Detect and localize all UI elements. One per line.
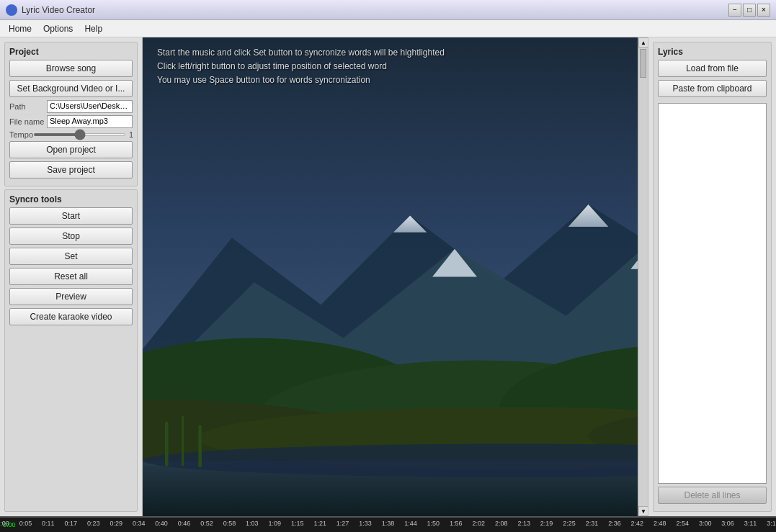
project-section: Project Browse song Set Background Video…	[4, 42, 138, 186]
timeline-tick: 0:40	[155, 520, 168, 527]
waveform-area: 0:00 0:000:050:110:170:230:290:340:400:4…	[0, 516, 776, 532]
filename-label: File name	[9, 117, 47, 126]
menu-help[interactable]: Help	[79, 22, 108, 35]
preview-button[interactable]: Preview	[9, 288, 133, 305]
title-bar: Lyric Video Creator − □ ×	[0, 0, 776, 20]
timeline-tick: 0:29	[110, 520, 122, 527]
timeline-tick: 1:03	[246, 520, 259, 527]
main-area: Project Browse song Set Background Video…	[0, 37, 776, 516]
open-project-button[interactable]: Open project	[9, 141, 133, 158]
timeline-tick: 2:54	[676, 520, 689, 527]
window-controls: − □ ×	[728, 4, 770, 17]
timeline-tick: 2:48	[654, 520, 666, 527]
tempo-value: 1	[129, 130, 133, 139]
timeline-tick: 1:09	[269, 520, 282, 527]
tempo-slider[interactable]	[33, 133, 126, 136]
timeline-tick: 0:23	[87, 520, 100, 527]
timeline-tick: 1:38	[382, 520, 395, 527]
svg-rect-21	[198, 425, 202, 467]
lyrics-header: Lyrics	[658, 47, 767, 57]
delete-all-lines-button[interactable]: Delete all lines	[658, 487, 767, 504]
maximize-button[interactable]: □	[743, 4, 756, 17]
menu-options[interactable]: Options	[37, 22, 79, 35]
tempo-label: Tempo	[9, 130, 33, 139]
timeline-tick: 0:17	[65, 520, 78, 527]
timeline-tick: 2:36	[608, 520, 621, 527]
video-preview: Start the music and click Set button to …	[143, 37, 638, 516]
timeline-tick: 1:44	[404, 520, 417, 527]
app-title: Lyric Video Creator	[22, 5, 728, 15]
close-button[interactable]: ×	[757, 4, 770, 17]
app-icon	[6, 4, 17, 16]
svg-rect-20	[182, 416, 184, 466]
syncro-section: Syncro tools Start Stop Set Reset all Pr…	[4, 189, 138, 512]
start-button[interactable]: Start	[9, 207, 133, 225]
timeline-tick: 0:00	[0, 520, 9, 527]
create-karaoke-button[interactable]: Create karaoke video	[9, 308, 133, 325]
scroll-up-button[interactable]: ▲	[638, 37, 648, 48]
stop-button[interactable]: Stop	[9, 227, 133, 245]
path-value: C:\Users\User\Desktop	[47, 100, 133, 113]
scroll-thumb[interactable]	[640, 49, 646, 78]
timeline-tick: 2:25	[563, 520, 576, 527]
video-scrollbar[interactable]: ▲ ▼	[638, 37, 648, 516]
browse-song-button[interactable]: Browse song	[9, 60, 133, 77]
timeline-tick: 1:21	[313, 520, 326, 527]
path-row: Path C:\Users\User\Desktop	[9, 100, 133, 113]
timeline-tick: 3:06	[721, 520, 734, 527]
video-row: Start the music and click Set button to …	[143, 37, 648, 516]
timeline-tick: 0:58	[223, 520, 236, 527]
timeline-tick: 2:19	[540, 520, 553, 527]
timeline-tick: 3:11	[744, 520, 757, 527]
lyrics-section: Lyrics Load from file Paste from clipboa…	[653, 42, 772, 512]
left-panel: Project Browse song Set Background Video…	[0, 37, 143, 516]
timeline-tick: 2:42	[631, 520, 644, 527]
minimize-button[interactable]: −	[728, 4, 741, 17]
timeline-tick: 0:11	[42, 520, 55, 527]
scroll-down-button[interactable]: ▼	[638, 506, 648, 516]
timeline-tick: 2:13	[517, 520, 530, 527]
tempo-row: Tempo 1	[9, 130, 133, 139]
lyrics-textarea[interactable]	[658, 103, 767, 484]
save-project-button[interactable]: Save project	[9, 161, 133, 179]
filename-value: Sleep Away.mp3	[47, 115, 133, 128]
timeline-tick: 1:50	[427, 520, 440, 527]
timeline-tick: 2:02	[472, 520, 485, 527]
svg-rect-19	[165, 422, 169, 466]
timeline-tick: 1:15	[291, 520, 304, 527]
timeline-tick: 1:33	[359, 520, 372, 527]
right-panel: Lyrics Load from file Paste from clipboa…	[648, 37, 776, 516]
paste-from-clipboard-button[interactable]: Paste from clipboard	[658, 80, 767, 97]
menu-home[interactable]: Home	[3, 22, 37, 35]
timeline-tick: 0:05	[19, 520, 32, 527]
path-label: Path	[9, 102, 47, 111]
instruction-line-2: Click left/right button to adjust time p…	[157, 60, 445, 73]
timeline-tick: 1:27	[336, 520, 349, 527]
timeline-tick: 3:00	[699, 520, 712, 527]
center-panel: Start the music and click Set button to …	[143, 37, 648, 516]
set-background-button[interactable]: Set Background Video or I...	[9, 80, 133, 97]
reset-all-button[interactable]: Reset all	[9, 268, 133, 285]
load-from-file-button[interactable]: Load from file	[658, 60, 767, 77]
timeline-tick: 2:31	[586, 520, 599, 527]
timeline-tick: 3:17	[767, 520, 776, 527]
video-instructions: Start the music and click Set button to …	[157, 46, 445, 88]
timeline-tick: 0:52	[200, 520, 213, 527]
filename-row: File name Sleep Away.mp3	[9, 115, 133, 128]
instruction-line-3: You may use Space button too for words s…	[157, 73, 445, 87]
set-button[interactable]: Set	[9, 248, 133, 265]
timeline: 0:00 0:000:050:110:170:230:290:340:400:4…	[0, 518, 776, 532]
syncro-header: Syncro tools	[9, 194, 133, 204]
timeline-tick: 2:08	[495, 520, 508, 527]
menu-bar: Home Options Help	[0, 20, 776, 37]
project-header: Project	[9, 47, 133, 57]
timeline-tick: 1:56	[450, 520, 463, 527]
instruction-line-1: Start the music and click Set button to …	[157, 46, 445, 60]
timeline-tick: 0:46	[178, 520, 191, 527]
timeline-tick: 0:34	[133, 520, 146, 527]
